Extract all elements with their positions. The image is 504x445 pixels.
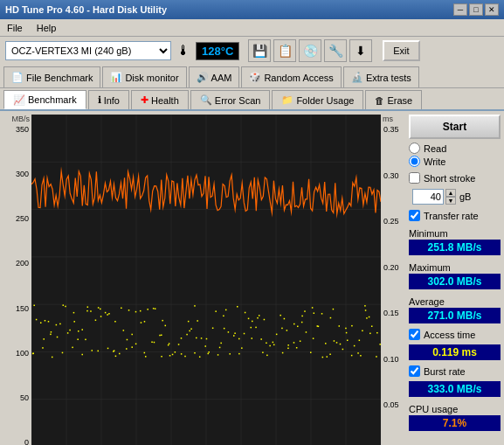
tab-aam[interactable]: 🔊 AAM <box>189 66 240 87</box>
y-right-015: 0.15 <box>383 309 399 317</box>
tab-disk-monitor[interactable]: 📊 Disk monitor <box>102 66 186 87</box>
y-label-ms: ms <box>381 115 405 123</box>
tab-file-benchmark[interactable]: 📄 File Benchmark <box>3 66 100 87</box>
burst-value-section: 333.0 MB/s <box>409 380 501 397</box>
y-axis-left: MB/s 350 300 250 200 150 100 50 0 <box>3 115 31 445</box>
tab-folder-usage-label: Folder Usage <box>296 95 354 106</box>
main-content: MB/s 350 300 250 200 150 100 50 0 ms <box>0 111 504 445</box>
tab-extra-tests-label: Extra tests <box>366 73 411 83</box>
tab-folder-usage[interactable]: 📁 Folder Usage <box>272 90 363 109</box>
y-left-200: 200 <box>16 259 29 268</box>
y-right-005: 0.05 <box>383 400 399 409</box>
random-access-icon: 🎲 <box>249 72 261 83</box>
toolbar-icons: 💾 📋 💿 🔧 ⬇ <box>248 39 372 62</box>
disk-monitor-icon: 📊 <box>110 72 122 83</box>
bottom-tabs: 📈 Benchmark ℹ Info ✚ Health 🔍 Error Scan… <box>0 88 504 111</box>
benchmark-icon: 📈 <box>13 94 25 106</box>
minimum-section: Minimum 251.8 MB/s <box>409 225 501 255</box>
read-radio-label[interactable]: Read <box>409 143 501 154</box>
temperature-display: 128°C <box>196 42 239 60</box>
tab-health-label: Health <box>151 95 179 106</box>
y-left-0: 0 <box>24 438 29 445</box>
minimum-value: 251.8 MB/s <box>409 240 501 255</box>
spinbox-container: ▲ ▼ gB <box>412 189 501 205</box>
cpu-usage-value: 7.1% <box>409 415 501 431</box>
tab-file-benchmark-label: File Benchmark <box>26 73 93 83</box>
access-time-text: Access time <box>424 330 475 340</box>
health-icon: ✚ <box>141 94 148 106</box>
maximum-value: 302.0 MB/s <box>409 274 501 289</box>
drive-toolbar: OCZ-VERTEX3 MI (240 gB) 🌡 128°C 💾 📋 💿 🔧 … <box>0 37 504 65</box>
minimum-label: Minimum <box>409 228 501 239</box>
minimize-button[interactable]: ─ <box>453 3 467 16</box>
access-value-section: 0.119 ms <box>409 344 501 360</box>
start-button[interactable]: Start <box>409 115 501 139</box>
y-right-020: 0.20 <box>383 263 399 272</box>
write-radio[interactable] <box>409 156 420 167</box>
top-tabs: 📄 File Benchmark 📊 Disk monitor 🔊 AAM 🎲 … <box>0 65 504 88</box>
benchmark-chart <box>31 115 381 445</box>
extra-tests-icon: 🔬 <box>351 72 363 83</box>
tab-error-scan[interactable]: 🔍 Error Scan <box>190 90 271 109</box>
tab-health[interactable]: ✚ Health <box>131 90 189 109</box>
y-label-mb: MB/s <box>3 115 31 123</box>
toolbar-icon-4[interactable]: 🔧 <box>324 39 347 62</box>
toolbar-icon-3[interactable]: 💿 <box>299 39 321 62</box>
access-time-label[interactable]: Access time <box>409 329 501 340</box>
burst-rate-label[interactable]: Burst rate <box>409 365 501 377</box>
drive-selector[interactable]: OCZ-VERTEX3 MI (240 gB) <box>5 41 171 60</box>
y-left-350: 350 <box>16 125 29 134</box>
chart-section: MB/s 350 300 250 200 150 100 50 0 ms <box>3 115 405 445</box>
file-benchmark-icon: 📄 <box>11 72 24 83</box>
exit-button[interactable]: Exit <box>383 40 419 61</box>
app-title: HD Tune Pro 4.60 - Hard Disk Utility <box>5 4 167 15</box>
average-label: Average <box>409 296 501 307</box>
tab-info[interactable]: ℹ Info <box>88 90 129 109</box>
maximum-section: Maximum 302.0 MB/s <box>409 259 501 289</box>
burst-rate-text: Burst rate <box>424 366 466 377</box>
canvas-container <box>31 115 381 445</box>
average-section: Average 271.0 MB/s <box>409 293 501 323</box>
spin-up-button[interactable]: ▲ <box>445 189 456 197</box>
write-label: Write <box>424 156 445 167</box>
transfer-rate-text: Transfer rate <box>424 211 479 221</box>
burst-rate-value: 333.0 MB/s <box>409 381 501 397</box>
toolbar-icon-5[interactable]: ⬇ <box>349 39 372 62</box>
read-label: Read <box>424 143 446 154</box>
mode-radio-group: Read Write <box>409 143 501 167</box>
y-right-010: 0.10 <box>383 355 399 364</box>
info-icon: ℹ <box>98 94 101 106</box>
write-radio-label[interactable]: Write <box>409 156 501 167</box>
y-right-030: 0.30 <box>383 171 399 180</box>
close-button[interactable]: ✕ <box>485 3 499 16</box>
cpu-section: CPU usage 7.1% <box>409 400 501 431</box>
access-time-checkbox[interactable] <box>409 329 420 340</box>
burst-rate-checkbox[interactable] <box>409 365 420 377</box>
spinbox-input[interactable] <box>412 189 444 205</box>
tab-random-access[interactable]: 🎲 Random Access <box>241 66 341 87</box>
short-stroke-label[interactable]: Short stroke <box>409 172 501 184</box>
y-right-025: 0.25 <box>383 217 399 226</box>
erase-icon: 🗑 <box>375 95 384 106</box>
toolbar-icon-1[interactable]: 💾 <box>248 39 271 62</box>
menu-help[interactable]: Help <box>33 22 60 34</box>
average-value: 271.0 MB/s <box>409 308 501 323</box>
error-scan-icon: 🔍 <box>200 94 212 106</box>
tab-error-scan-label: Error Scan <box>215 95 261 106</box>
tab-info-label: Info <box>104 95 120 106</box>
tab-benchmark[interactable]: 📈 Benchmark <box>3 90 86 109</box>
aam-icon: 🔊 <box>197 72 209 83</box>
toolbar-icon-2[interactable]: 📋 <box>273 39 296 62</box>
menu-file[interactable]: File <box>3 22 26 34</box>
short-stroke-checkbox[interactable] <box>409 172 420 184</box>
transfer-rate-checkbox[interactable] <box>409 210 420 221</box>
read-radio[interactable] <box>409 143 420 154</box>
maximize-button[interactable]: □ <box>469 3 483 16</box>
y-left-300: 300 <box>16 170 29 178</box>
spin-down-button[interactable]: ▼ <box>445 197 456 205</box>
tab-erase[interactable]: 🗑 Erase <box>365 90 422 109</box>
tab-aam-label: AAM <box>211 73 232 83</box>
transfer-rate-label[interactable]: Transfer rate <box>409 210 501 221</box>
tab-extra-tests[interactable]: 🔬 Extra tests <box>343 66 419 87</box>
tab-disk-monitor-label: Disk monitor <box>125 73 178 83</box>
